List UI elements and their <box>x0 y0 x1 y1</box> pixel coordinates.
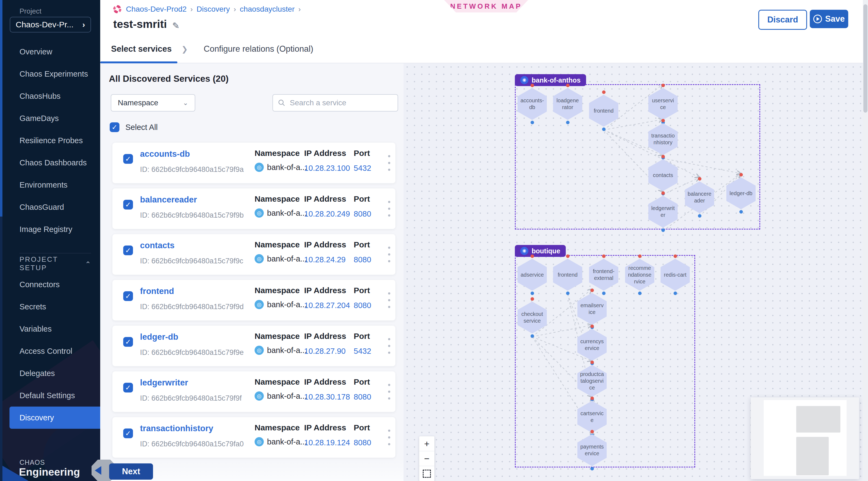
search-icon <box>278 99 285 107</box>
page-scrollbar-thumb[interactable] <box>863 4 867 113</box>
namespace-value: bank-of-a... <box>267 346 307 355</box>
service-ip[interactable]: 10.28.20.249 <box>304 210 350 219</box>
row-menu-button[interactable] <box>384 199 395 218</box>
edit-title-icon[interactable]: ✎ <box>172 21 180 31</box>
breadcrumb-separator: › <box>299 5 301 13</box>
column-header-ip: IP Address <box>304 194 346 203</box>
sidebar-item-resilience-probes[interactable]: Resilience Probes <box>0 129 100 152</box>
namespace-filter-label: Namespace <box>118 99 158 107</box>
sidebar-item-access-control[interactable]: Access Control <box>0 340 100 362</box>
namespace-filter-dropdown[interactable]: Namespace ⌄ <box>111 94 195 111</box>
play-circle-icon <box>813 14 822 23</box>
node-port-out-dot <box>698 214 702 218</box>
sidebar-item-overview[interactable]: Overview <box>0 41 100 63</box>
sidebar-item-environments[interactable]: Environments <box>0 174 100 196</box>
service-id: ID: 662b6c9fcb96480a15c79fa0 <box>140 440 244 448</box>
service-ip[interactable]: 10.28.30.178 <box>304 392 350 402</box>
service-port[interactable]: 8080 <box>354 301 371 310</box>
fullscreen-button[interactable] <box>419 466 434 481</box>
namespace-value: bank-of-a... <box>267 254 307 263</box>
sidebar-item-delegates[interactable]: Delegates <box>0 362 100 384</box>
zoom-out-button[interactable]: − <box>419 451 434 466</box>
service-name-link[interactable]: contacts <box>140 241 175 250</box>
discard-button[interactable]: Discard <box>758 10 807 30</box>
sidebar-item-variables[interactable]: Variables <box>0 318 100 340</box>
service-port[interactable]: 8080 <box>354 438 371 447</box>
service-port[interactable]: 8080 <box>354 255 371 264</box>
collapse-left-icon[interactable] <box>95 466 101 475</box>
service-name-link[interactable]: ledger-db <box>140 332 178 342</box>
service-port[interactable]: 5432 <box>354 347 371 356</box>
service-checkbox[interactable]: ✓ <box>123 291 133 301</box>
select-all[interactable]: ✓ Select All <box>110 122 158 132</box>
service-checkbox[interactable]: ✓ <box>123 383 133 392</box>
brand-engineering-label: Engineering <box>19 466 80 478</box>
project-selector[interactable]: Chaos-Dev-Pr... › <box>10 17 91 32</box>
sidebar-item-chaoshubs[interactable]: ChaosHubs <box>0 85 100 107</box>
namespace-value: bank-of-a... <box>267 209 307 218</box>
node-port-in-dot <box>531 254 534 258</box>
breadcrumb-discovery[interactable]: Discovery <box>197 5 230 13</box>
sidebar-item-gamedays[interactable]: GameDays <box>0 107 100 129</box>
cluster-edges <box>516 85 761 230</box>
service-checkbox[interactable]: ✓ <box>123 200 133 210</box>
service-row: ✓frontendID: 662b6c9fcb96480a15c79f9dNam… <box>113 280 395 320</box>
breadcrumb-cluster[interactable]: chaosdaycluster <box>240 5 294 13</box>
service-id: ID: 662b6c9fcb96480a15c79f9e <box>140 348 244 357</box>
project-label: Project <box>20 7 41 15</box>
tab-configure-relations[interactable]: Configure relations (Optional) <box>204 35 313 63</box>
breadcrumb-separator: › <box>190 5 193 13</box>
service-checkbox[interactable]: ✓ <box>123 246 133 255</box>
minimap-cluster-1 <box>796 406 840 432</box>
service-checkbox[interactable]: ✓ <box>123 154 133 164</box>
sidebar-item-default-settings[interactable]: Default Settings <box>0 384 100 407</box>
service-ip[interactable]: 10.28.24.29 <box>304 255 346 264</box>
service-ip[interactable]: 10.28.23.100 <box>304 164 350 173</box>
select-all-checkbox[interactable]: ✓ <box>110 122 119 132</box>
row-menu-button[interactable] <box>384 336 395 355</box>
project-setup-header[interactable]: PROJECT SETUP ⌄ <box>20 256 91 272</box>
service-port[interactable]: 8080 <box>354 392 371 402</box>
service-name-link[interactable]: ledgerwriter <box>140 378 188 388</box>
row-menu-button[interactable] <box>384 154 395 172</box>
service-port[interactable]: 5432 <box>354 164 371 173</box>
sidebar-item-image-registry[interactable]: Image Registry <box>0 218 100 241</box>
column-header-port: Port <box>354 286 370 295</box>
sidebar-item-chaos-dashboards[interactable]: Chaos Dashboards <box>0 152 100 174</box>
search-input[interactable] <box>289 98 393 107</box>
row-menu-button[interactable] <box>384 245 395 264</box>
sidebar-item-chaosguard[interactable]: ChaosGuard <box>0 196 100 218</box>
service-ip[interactable]: 10.28.27.204 <box>304 301 350 310</box>
service-checkbox[interactable]: ✓ <box>123 428 133 438</box>
service-port[interactable]: 8080 <box>354 210 371 219</box>
zoom-in-button[interactable]: + <box>419 436 434 451</box>
map-minimap[interactable] <box>751 397 859 479</box>
service-namespace: ◎bank-of-a... <box>255 437 307 446</box>
node-port-in-dot <box>602 254 606 258</box>
next-button[interactable]: Next <box>109 463 153 480</box>
breadcrumb-project[interactable]: Chaos-Dev-Prod2 <box>126 5 187 13</box>
save-button[interactable]: Save <box>810 10 848 28</box>
service-name-link[interactable]: accounts-db <box>140 149 190 159</box>
row-menu-button[interactable] <box>384 428 395 447</box>
service-name-link[interactable]: frontend <box>140 286 174 296</box>
node-port-in-dot <box>590 289 594 292</box>
column-header-port: Port <box>354 423 370 432</box>
service-namespace: ◎bank-of-a... <box>255 254 307 263</box>
service-ip[interactable]: 10.28.27.90 <box>304 347 346 356</box>
row-menu-button[interactable] <box>384 291 395 310</box>
sidebar-item-chaos-experiments[interactable]: Chaos Experiments <box>0 63 100 85</box>
service-name-link[interactable]: balancereader <box>140 195 197 205</box>
service-ip[interactable]: 10.28.19.124 <box>304 438 350 447</box>
tab-select-services[interactable]: Select services <box>111 35 172 63</box>
sidebar-item-secrets[interactable]: Secrets <box>0 296 100 318</box>
row-menu-button[interactable] <box>384 382 395 401</box>
sidebar-item-connectors[interactable]: Connectors <box>0 274 100 296</box>
service-row: ✓contactsID: 662b6c9fcb96480a15c79f9cNam… <box>113 234 395 275</box>
service-checkbox[interactable]: ✓ <box>123 337 133 347</box>
breadcrumb-separator: › <box>234 5 236 13</box>
node-port-in-dot <box>698 177 702 181</box>
sidebar-item-discovery[interactable]: Discovery <box>9 407 100 429</box>
service-name-link[interactable]: transactionhistory <box>140 424 213 434</box>
node-port-in-dot <box>602 90 606 94</box>
